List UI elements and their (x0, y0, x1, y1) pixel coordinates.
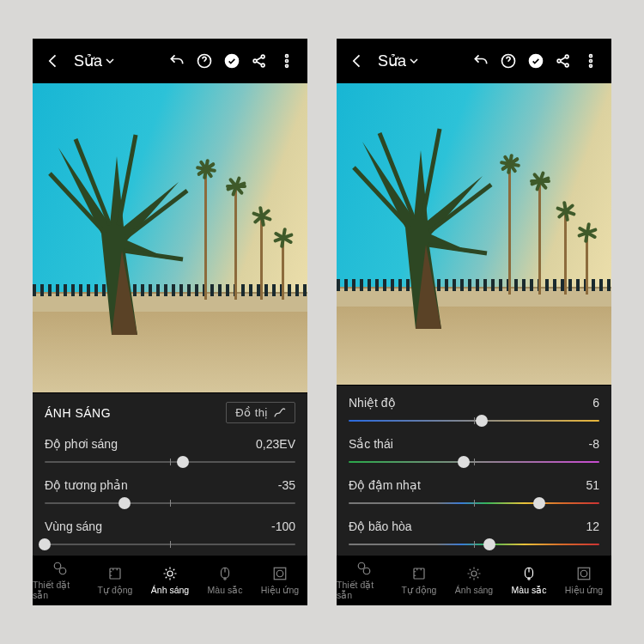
share-icon[interactable] (551, 49, 575, 73)
phone-right: Sửa Nhiệt độ6Sắc thái-8Độ đậm (337, 39, 611, 605)
top-toolbar: Sửa (337, 39, 611, 83)
nav-tự-động[interactable]: Tự động (88, 556, 143, 605)
slider-value: -35 (278, 478, 295, 492)
more-icon[interactable] (275, 49, 299, 73)
nav-tự-động[interactable]: Tự động (392, 556, 447, 605)
svg-point-36 (471, 571, 477, 576)
edit-menu[interactable]: Sửa (378, 52, 418, 70)
svg-line-11 (125, 191, 187, 238)
help-icon[interactable] (496, 49, 520, 73)
accept-icon[interactable] (220, 49, 244, 73)
svg-point-1 (225, 54, 240, 69)
nav-label: Ánh sáng (151, 585, 189, 595)
svg-point-13 (54, 562, 61, 569)
nav-label: Hiệu ứng (261, 585, 299, 595)
svg-point-21 (529, 54, 544, 69)
svg-point-37 (528, 578, 530, 580)
photo-preview[interactable] (337, 83, 611, 385)
nav-label: Màu sắc (512, 585, 547, 595)
back-icon[interactable] (345, 49, 369, 73)
foreground-tree (345, 125, 500, 331)
svg-line-31 (429, 185, 491, 232)
graph-label: Đồ thị (235, 406, 269, 419)
svg-point-5 (286, 55, 289, 58)
svg-point-23 (565, 55, 568, 58)
slider-nhiệt-độ[interactable]: Nhiệt độ6 (337, 391, 611, 432)
slider-label: Sắc thái (349, 437, 393, 451)
svg-point-4 (261, 64, 264, 67)
svg-rect-38 (578, 568, 590, 580)
nav-label: Màu sắc (208, 585, 243, 595)
nav-ánh-sáng[interactable]: Ánh sáng (447, 556, 501, 605)
top-toolbar: Sửa (33, 39, 307, 83)
nav-thiết-đặt-sẵn[interactable]: Thiết đặt sẵn (33, 556, 88, 605)
slider-value: 12 (586, 519, 599, 533)
nav-label: Hiệu ứng (565, 585, 603, 595)
light-panel: ÁNH SÁNG Đồ thị Độ phơi sáng0,23EVĐộ tươ… (33, 392, 307, 556)
svg-point-2 (253, 59, 257, 63)
phone-left: Sửa ÁNH SÁNG (33, 39, 307, 605)
svg-rect-18 (274, 568, 286, 580)
edit-menu[interactable]: Sửa (74, 52, 114, 70)
accept-icon[interactable] (524, 49, 548, 73)
nav-màu-sắc[interactable]: Màu sắc (501, 556, 556, 605)
svg-point-39 (580, 570, 587, 577)
nav-màu-sắc[interactable]: Màu sắc (197, 556, 252, 605)
nav-thiết-đặt-sẵn[interactable]: Thiết đặt sẵn (337, 556, 392, 605)
graph-button[interactable]: Đồ thị (226, 402, 295, 423)
slider-label: Độ tương phản (45, 478, 128, 492)
color-panel: Nhiệt độ6Sắc thái-8Độ đậm nhạt51Độ bão h… (337, 385, 611, 556)
svg-point-3 (261, 55, 264, 58)
slider-vùng-sáng[interactable]: Vùng sáng-100 (33, 514, 307, 556)
slider-value: 51 (586, 478, 599, 492)
svg-point-22 (557, 59, 561, 63)
svg-point-19 (276, 570, 283, 577)
bottom-nav: Thiết đặt sẵnTự độngÁnh sángMàu sắcHiệu … (33, 556, 307, 605)
nav-label: Ánh sáng (455, 585, 493, 595)
svg-line-30 (422, 129, 440, 219)
slider-độ-đậm-nhạt[interactable]: Độ đậm nhạt51 (337, 473, 611, 514)
nav-hiệu-ứng[interactable]: Hiệu ứng (252, 556, 307, 605)
undo-icon[interactable] (469, 49, 493, 73)
slider-label: Độ bão hòa (349, 519, 412, 533)
undo-icon[interactable] (165, 49, 189, 73)
svg-point-34 (363, 568, 370, 574)
edit-label: Sửa (74, 52, 102, 70)
svg-line-10 (118, 135, 136, 225)
bottom-nav: Thiết đặt sẵnTự độngÁnh sángMàu sắcHiệu … (337, 556, 611, 605)
slider-value: -100 (271, 519, 295, 533)
svg-rect-35 (414, 568, 424, 579)
nav-label: Tự động (98, 585, 133, 595)
panel-title: ÁNH SÁNG (45, 406, 111, 420)
slider-value: 6 (592, 396, 599, 410)
nav-label: Tự động (402, 585, 437, 595)
foreground-tree (41, 131, 196, 337)
slider-độ-bão-hòa[interactable]: Độ bão hòa12 (337, 514, 611, 556)
svg-point-16 (167, 571, 173, 576)
back-icon[interactable] (41, 49, 65, 73)
slider-value: -8 (589, 437, 599, 451)
slider-độ-tương-phản[interactable]: Độ tương phản-35 (33, 473, 307, 514)
slider-sắc-thái[interactable]: Sắc thái-8 (337, 432, 611, 473)
svg-point-33 (358, 562, 365, 569)
slider-label: Vùng sáng (45, 519, 102, 533)
svg-rect-15 (110, 568, 120, 579)
nav-ánh-sáng[interactable]: Ánh sáng (143, 556, 197, 605)
svg-point-6 (286, 60, 289, 63)
edit-label: Sửa (378, 52, 406, 70)
svg-point-27 (590, 64, 592, 67)
svg-point-17 (224, 578, 226, 580)
slider-value: 0,23EV (256, 437, 295, 451)
slider-độ-phơi-sáng[interactable]: Độ phơi sáng0,23EV (33, 432, 307, 473)
help-icon[interactable] (192, 49, 216, 73)
svg-point-25 (590, 55, 592, 58)
nav-label: Thiết đặt sẵn (33, 580, 88, 600)
nav-hiệu-ứng[interactable]: Hiệu ứng (556, 556, 611, 605)
more-icon[interactable] (579, 49, 603, 73)
photo-preview[interactable] (33, 83, 307, 392)
svg-point-7 (286, 64, 289, 67)
slider-label: Độ phơi sáng (45, 437, 118, 451)
slider-label: Nhiệt độ (349, 396, 396, 410)
share-icon[interactable] (247, 49, 271, 73)
svg-point-24 (565, 64, 568, 67)
